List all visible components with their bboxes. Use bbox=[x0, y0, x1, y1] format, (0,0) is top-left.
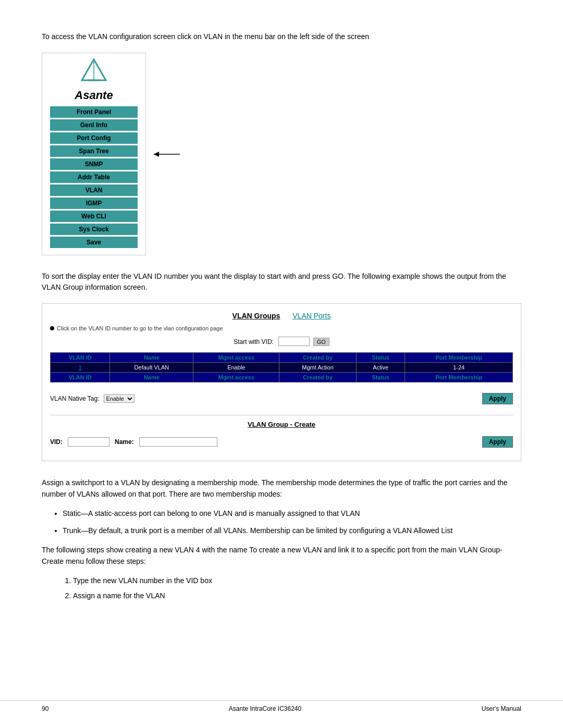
col-mgmt-repeat: Mgmt access bbox=[193, 373, 279, 382]
vlan-table: VLAN ID Name Mgmt access Created by Stat… bbox=[50, 352, 513, 382]
start-vid-label: Start with VID: bbox=[234, 338, 274, 346]
native-tag-row: VLAN Native Tag: Enable Disable Apply bbox=[50, 390, 513, 407]
sidebar-btn-snmp[interactable]: SNMP bbox=[50, 158, 138, 170]
footer-right: User's Manual bbox=[482, 705, 521, 712]
sidebar-btn-vlan[interactable]: VLAN bbox=[50, 184, 138, 196]
tab-vlan-ports[interactable]: VLAN Ports bbox=[292, 312, 331, 320]
cell-name-1: Default VLAN bbox=[110, 363, 193, 373]
cell-created-1: Mgmt Action bbox=[279, 363, 357, 373]
sidebar-btn-port-config[interactable]: Port Config bbox=[50, 132, 138, 144]
cell-ports-1: 1-24 bbox=[405, 363, 513, 373]
create-apply-button[interactable]: Apply bbox=[482, 436, 513, 448]
go-button[interactable]: GO bbox=[313, 338, 329, 346]
col-name: Name bbox=[110, 353, 193, 363]
name-input[interactable] bbox=[139, 437, 217, 447]
sidebar-btn-span-tree[interactable]: Span Tree bbox=[50, 145, 138, 157]
list-item-trunk: Trunk—By default, a trunk port is a memb… bbox=[63, 525, 521, 536]
footer-page-num: 90 bbox=[42, 705, 48, 712]
cell-mgmt-1: Enable bbox=[193, 363, 279, 373]
col-status: Status bbox=[356, 353, 405, 363]
native-tag-label: VLAN Native Tag: bbox=[50, 395, 100, 402]
vlan-tabs: VLAN Groups VLAN Ports bbox=[50, 312, 513, 320]
second-text: To sort the display enter the VLAN ID nu… bbox=[42, 271, 521, 293]
sidebar-btn-save[interactable]: Save bbox=[50, 237, 138, 248]
tab-vlan-groups[interactable]: VLAN Groups bbox=[232, 312, 280, 320]
sidebar-btn-igmp[interactable]: IGMP bbox=[50, 198, 138, 209]
col-port-membership: Port Membership bbox=[405, 353, 513, 363]
native-tag-apply-button[interactable]: Apply bbox=[482, 393, 513, 404]
svg-marker-4 bbox=[154, 152, 159, 157]
bullet-icon bbox=[50, 326, 54, 330]
col-vlan-id-repeat: VLAN ID bbox=[51, 373, 110, 382]
sidebar-btn-genl-info[interactable]: Genl Info bbox=[50, 119, 138, 131]
membership-modes-list: Static—A static-access port can belong t… bbox=[63, 508, 521, 536]
vlan-note: Click on the VLAN ID number to go to the… bbox=[50, 325, 513, 331]
assign-text: Assign a switchport to a VLAN by designa… bbox=[42, 477, 521, 500]
step-2: Assign a name for the VLAN bbox=[73, 590, 521, 601]
steps-list: Type the new VLAN number in the VID box … bbox=[73, 575, 521, 601]
steps-text: The following steps show creating a new … bbox=[42, 544, 521, 567]
sidebar-brand: Asante bbox=[50, 89, 138, 102]
step-1: Type the new VLAN number in the VID box bbox=[73, 575, 521, 586]
intro-text: To access the VLAN configuration screen … bbox=[42, 31, 521, 42]
sidebar-btn-web-cli[interactable]: Web CLI bbox=[50, 211, 138, 222]
col-mgmt-access: Mgmt access bbox=[193, 353, 279, 363]
sidebar-btn-addr-table[interactable]: Addr Table bbox=[50, 171, 138, 183]
list-item-static: Static—A static-access port can belong t… bbox=[63, 508, 521, 519]
native-tag-select[interactable]: Enable Disable bbox=[104, 394, 134, 403]
name-label: Name: bbox=[115, 438, 134, 446]
col-vlan-id: VLAN ID bbox=[51, 353, 110, 363]
col-name-repeat: Name bbox=[110, 373, 193, 382]
footer-center: Asante IntraCore IC36240 bbox=[229, 705, 301, 712]
start-vid-input[interactable] bbox=[278, 337, 310, 346]
vid-label: VID: bbox=[50, 438, 63, 446]
vlan-create-row: VID: Name: Apply bbox=[50, 436, 513, 448]
start-vid-row: Start with VID: GO bbox=[50, 337, 513, 346]
vlan-note-text: Click on the VLAN ID number to go to the… bbox=[57, 325, 223, 331]
col-ports-repeat: Port Membership bbox=[405, 373, 513, 382]
sidebar-btn-sys-clock[interactable]: Sys Clock bbox=[50, 224, 138, 235]
page-footer: 90 Asante IntraCore IC36240 User's Manua… bbox=[0, 700, 563, 712]
col-status-repeat: Status bbox=[356, 373, 405, 382]
sidebar-logo bbox=[50, 58, 138, 83]
col-created-by: Created by bbox=[279, 353, 357, 363]
section-divider bbox=[50, 415, 513, 415]
asante-logo-icon bbox=[81, 58, 107, 82]
cell-vlan-id-1[interactable]: 1 bbox=[51, 363, 110, 373]
vid-input[interactable] bbox=[68, 437, 109, 447]
sidebar-btn-front-panel[interactable]: Front Panel bbox=[50, 106, 138, 118]
vlan-arrow bbox=[151, 53, 182, 255]
col-created-repeat: Created by bbox=[279, 373, 357, 382]
cell-status-1: Active bbox=[356, 363, 405, 373]
vlan-screen: VLAN Groups VLAN Ports Click on the VLAN… bbox=[42, 303, 521, 461]
vlan-create-title: VLAN Group - Create bbox=[50, 421, 513, 428]
sidebar-panel: Asante Front Panel Genl Info Port Config… bbox=[42, 53, 146, 255]
arrow-icon bbox=[151, 146, 182, 162]
